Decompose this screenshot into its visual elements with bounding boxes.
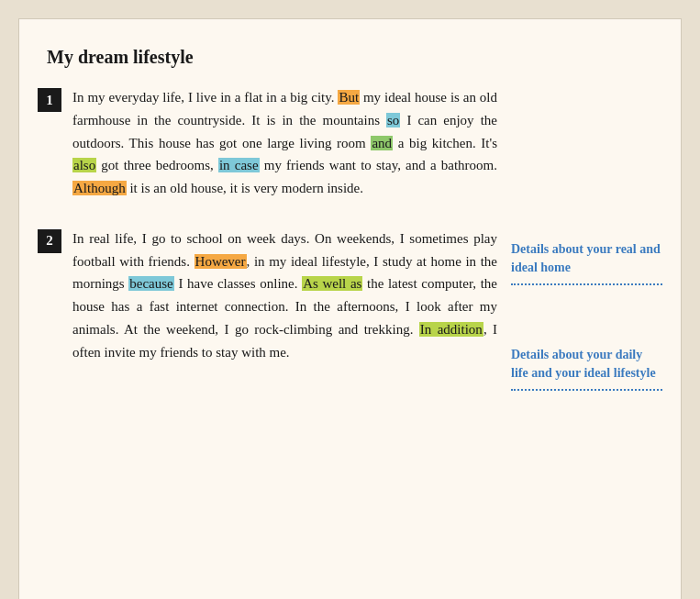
sidebar-bottom: Details about your daily life and your i… <box>497 300 662 391</box>
highlight-and: and <box>371 136 393 150</box>
highlight-in-addition: In addition <box>419 322 483 337</box>
dotted-line-1 <box>511 283 662 285</box>
sidebar-block-2: Details about your daily life and your i… <box>511 346 662 391</box>
paragraph-1: In my everyday life, I live in a flat in… <box>72 86 497 200</box>
sidebar-top: Details about your real and ideal home <box>497 86 662 285</box>
right-column: Details about your real and ideal home D… <box>497 86 662 391</box>
section-1: 1 In my everyday life, I live in a flat … <box>38 86 497 200</box>
paragraph-2: In real life, I go to school on week day… <box>72 227 497 364</box>
sidebar-block-1: Details about your real and ideal home <box>511 240 662 285</box>
highlight-as-well-as: As well as <box>302 276 362 291</box>
number-badge-2: 2 <box>38 229 61 253</box>
left-column: 1 In my everyday life, I live in a flat … <box>38 86 497 391</box>
section-2: 2 In real life, I go to school on week d… <box>38 227 497 364</box>
sidebar-note-1: Details about your real and ideal home <box>511 240 662 276</box>
page-title: My dream lifestyle <box>38 47 662 68</box>
highlight-but: But <box>338 90 360 105</box>
highlight-so: so <box>386 113 400 128</box>
page: My dream lifestyle 1 In my everyday life… <box>18 18 682 599</box>
highlight-in-case: in case <box>218 158 260 172</box>
number-badge-1: 1 <box>38 88 61 112</box>
highlight-because: because <box>128 276 173 291</box>
layout: 1 In my everyday life, I live in a flat … <box>38 86 662 391</box>
highlight-however: However <box>194 254 247 269</box>
dotted-line-2 <box>511 389 662 391</box>
sidebar-note-2: Details about your daily life and your i… <box>511 346 662 382</box>
highlight-also: also <box>72 158 96 172</box>
highlight-although: Although <box>72 181 127 195</box>
